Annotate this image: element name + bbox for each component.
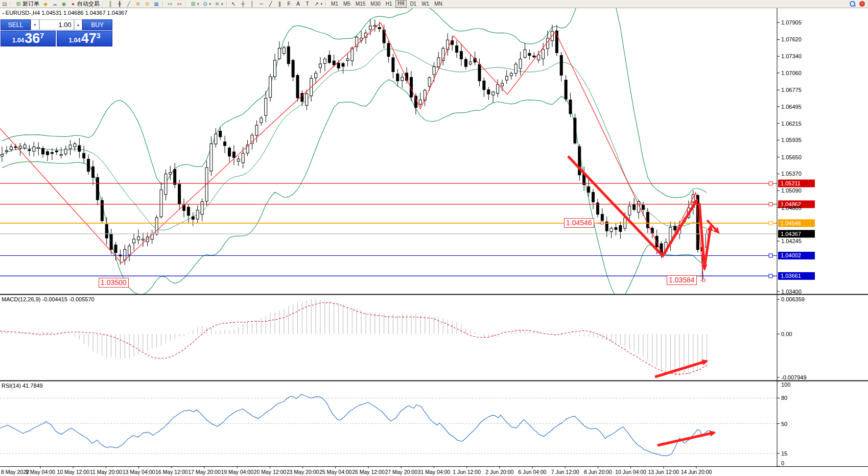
time-tick-label: 9 May 04:00 [26, 469, 55, 475]
time-tick-label: 13 Jun 12:00 [648, 469, 679, 475]
rsi-axis-label: 80 [781, 395, 787, 401]
time-tick-label: 25 May 04:00 [319, 469, 352, 475]
time-tick-label: 23 May 20:00 [287, 469, 319, 475]
trend-arrow[interactable] [568, 156, 697, 256]
buy-price-sup: 3 [97, 32, 101, 40]
macd-pane [0, 298, 708, 376]
time-tick-label: 6 Jun 04:00 [519, 469, 547, 475]
rsi-pane [0, 394, 777, 456]
line-handle [769, 202, 772, 206]
callout-handle [702, 279, 705, 281]
price-tick-label: 1.06215 [781, 121, 802, 127]
macd-label: MACD(12,26,9) -0.004415 -0.005570 [2, 296, 95, 302]
buy-price-big: 47 [81, 32, 97, 45]
price-annotation[interactable]: 1.03584 [667, 275, 697, 285]
volume-down-button[interactable]: ▼ [31, 19, 39, 30]
one-click-trading-panel: SELL ▼ ▲ BUY 1.04367 1.04473 [1, 19, 112, 46]
chart-symbol-line: ▪EURUSD-,H4 1.04531 1.04686 1.04367 1.04… [3, 10, 127, 16]
trend-arrow[interactable] [655, 361, 707, 377]
time-tick-label: 8 May 2022 [1, 469, 29, 475]
time-tick-label: 16 May 12:00 [155, 469, 188, 475]
chart-area[interactable]: 1.052111.048621.045461.043671.040021.036… [0, 0, 868, 476]
time-tick-label: 2 Jun 20:00 [485, 469, 513, 475]
time-tick-label: 14 Jun 20:00 [681, 469, 712, 475]
line-handle [769, 182, 772, 185]
sell-price-prefix: 1.04 [12, 37, 24, 44]
line-handle [769, 254, 772, 257]
time-axis: 8 May 20229 May 04:0010 May 12:0011 May … [1, 466, 712, 475]
volume-input[interactable] [39, 19, 74, 30]
price-tick-label: 1.06775 [781, 87, 802, 93]
price-tick-label: 1.06495 [781, 104, 802, 110]
price-tick-label: 1.03400 [781, 289, 802, 295]
symbol-ohlc-text: EURUSD-,H4 1.04531 1.04686 1.04367 1.043… [6, 10, 128, 16]
time-tick-label: 19 May 04:00 [221, 469, 253, 475]
sell-price-big: 36 [25, 32, 40, 45]
horizontal-lines [0, 182, 777, 278]
price-annotation[interactable]: 1.03500 [99, 278, 129, 288]
price-tick-label: 1.05090 [781, 187, 802, 194]
rsi-axis-label: 0 [781, 460, 784, 466]
time-tick-label: 13 May 04:00 [123, 469, 155, 475]
time-tick-label: 17 May 20:00 [188, 469, 221, 475]
price-tick-label: 1.04805 [781, 205, 802, 211]
annotations [568, 156, 718, 445]
buy-button[interactable]: BUY [82, 19, 112, 30]
time-tick-label: 26 May 12:00 [352, 469, 385, 475]
buy-price-display[interactable]: 1.04473 [57, 31, 112, 46]
price-tick-label: 1.05935 [781, 137, 802, 143]
time-tick-label: 7 Jun 12:00 [551, 469, 579, 475]
line-handle [769, 274, 772, 278]
rsi-axis-label: 15 [781, 450, 787, 457]
price-tick-label: 1.05650 [781, 154, 802, 160]
time-tick-label: 1 Jun 12:00 [453, 469, 481, 475]
rsi-axis-label: 50 [781, 421, 787, 427]
price-tick-label: 1.07340 [781, 53, 802, 59]
buy-price-prefix: 1.04 [68, 37, 80, 44]
time-tick-label: 31 May 04:00 [418, 469, 451, 475]
macd-axis-label: 0.006359 [781, 296, 805, 302]
rsi-axis-label: 100 [781, 382, 790, 388]
time-tick-label: 27 May 20:00 [385, 469, 417, 475]
sell-price-display[interactable]: 1.04367 [1, 31, 56, 46]
macd-signal-line [0, 303, 708, 375]
candlesticks [1, 19, 709, 280]
macd-axis-label: -0.007949 [781, 374, 807, 380]
line-handle [769, 221, 772, 225]
volume-up-button[interactable]: ▲ [74, 19, 83, 30]
price-badge-text: 1.04367 [781, 231, 801, 237]
price-axis: 1.052111.048621.045461.043671.040021.036… [777, 19, 815, 466]
price-tick-label: 1.04245 [781, 238, 802, 244]
rsi-line [0, 394, 710, 456]
price-tick-label: 1.07060 [781, 70, 802, 76]
price-annotation[interactable]: 1.04546 [564, 218, 594, 228]
price-badge-text: 1.03661 [781, 273, 801, 279]
time-tick-label: 10 Jun 04:00 [615, 469, 646, 475]
bollinger-middle-band [2, 49, 707, 230]
price-tick-label: 1.07905 [781, 19, 802, 26]
rsi-label: RSI(14) 41.7849 [2, 383, 43, 389]
macd-axis-label: 0.00 [781, 331, 792, 337]
sell-price-sup: 7 [40, 32, 44, 40]
price-badge-text: 1.05211 [781, 180, 801, 186]
time-tick-label: 8 Jun 20:00 [584, 469, 612, 475]
trend-arrow[interactable] [658, 433, 714, 445]
callout-handle [601, 222, 603, 224]
price-tick-label: 1.07620 [781, 36, 802, 42]
price-badge-text: 1.04546 [781, 220, 801, 226]
price-tick-label: 1.05370 [781, 171, 802, 177]
time-tick-label: 20 May 12:00 [254, 469, 287, 475]
trend-arrow[interactable] [699, 203, 705, 269]
time-tick-label: 10 May 12:00 [57, 469, 89, 475]
sell-button[interactable]: SELL [1, 19, 31, 30]
time-tick-label: 11 May 20:00 [90, 469, 122, 475]
price-badge-text: 1.04002 [781, 252, 801, 258]
chart-context-icon: ▪ [3, 11, 4, 16]
